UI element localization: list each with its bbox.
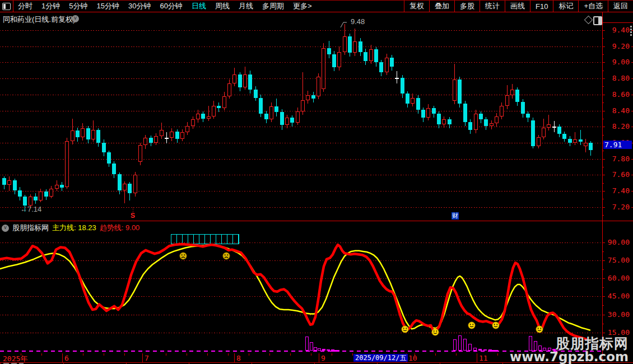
month-separator [142, 353, 143, 363]
menu-item-tool-5[interactable]: F10 [530, 1, 553, 12]
tool-menu: 复权叠加多股统计画线F10标记+自选返回 [404, 1, 633, 12]
indicator-axis-label: 45.00 [608, 292, 630, 300]
menu-item-tool-3[interactable]: 统计 [480, 1, 505, 12]
week-tick [249, 353, 249, 356]
week-tick [269, 353, 270, 356]
price-gridline [0, 175, 602, 175]
candle [264, 114, 268, 119]
candle [416, 98, 420, 110]
smiley-sad-icon [179, 252, 187, 260]
price-gridline [0, 62, 602, 63]
indicator-panel[interactable]: ˅ 股朋指标网 主力线: 18.23 趋势线: 9.00 [0, 221, 602, 353]
indicator-chevron-down-icon[interactable]: ˅ [2, 225, 9, 232]
candle [379, 62, 383, 72]
candle [406, 94, 409, 103]
menu-item-period-9[interactable]: 多周期 [258, 1, 288, 12]
candle [23, 197, 27, 206]
candle [165, 138, 169, 139]
axis-grip-handle[interactable] [630, 25, 632, 37]
stock-title: 同和药业(日线.前复权) [3, 15, 75, 25]
week-tick [187, 353, 187, 356]
candle-wick [575, 132, 575, 145]
candle [222, 96, 226, 109]
candle [589, 143, 593, 150]
price-axis-label: 8.20 [612, 122, 630, 130]
menu-item-period-2[interactable]: 5分钟 [64, 1, 92, 12]
panel-separator[interactable] [0, 221, 633, 221]
candle [500, 106, 504, 116]
candle [232, 74, 236, 83]
candlestick-panel[interactable]: 同和药业(日线.前复权) ˅ 9.48 ←7.14 S 财 [0, 12, 602, 221]
week-tick [228, 353, 229, 356]
month-label: 11 [479, 354, 488, 362]
candle [484, 119, 488, 125]
menu-item-tool-6[interactable]: 标记 [553, 1, 578, 12]
menu-item-period-6[interactable]: 日线 [187, 1, 211, 12]
week-tick [332, 353, 332, 356]
menu-item-tool-1[interactable]: 叠加 [429, 1, 454, 12]
candle [526, 114, 530, 118]
candle [269, 106, 273, 119]
layout-toggle-button[interactable] [0, 1, 13, 12]
menu-item-tool-0[interactable]: 复权 [404, 1, 429, 12]
menu-item-period-0[interactable]: 分时 [13, 1, 37, 12]
price-axis-label: 9.40 [612, 26, 630, 34]
candle [259, 98, 263, 114]
smiley-happy-icon [431, 328, 439, 336]
indicator-axis-label: 90.00 [608, 238, 630, 246]
price-gridline [0, 159, 602, 160]
candle [280, 112, 284, 125]
menu-item-period-5[interactable]: 60分钟 [155, 1, 187, 12]
menu-item-period-3[interactable]: 15分钟 [92, 1, 123, 12]
candle [107, 152, 111, 164]
candle [180, 132, 184, 138]
candle [579, 139, 583, 142]
main-line-value: 主力线: 18.23 [52, 223, 96, 233]
panel-layout-icon[interactable] [593, 16, 602, 25]
candle [227, 83, 231, 96]
s-marker-line [133, 208, 133, 212]
menu-item-period-1[interactable]: 1分钟 [37, 1, 64, 12]
price-gridline [0, 207, 602, 208]
title-chevron-down-icon[interactable]: ˅ [72, 15, 79, 22]
candle [191, 119, 195, 125]
menu-item-tool-2[interactable]: 多股 [454, 1, 480, 12]
candle [515, 90, 519, 102]
candle [432, 108, 436, 114]
candle [248, 74, 252, 90]
month-separator [62, 353, 63, 363]
menu-item-tool-4[interactable]: 画线 [505, 1, 530, 12]
candle [60, 185, 64, 188]
price-axis-label: 7.40 [612, 186, 630, 195]
price-axis-label: 7.20 [612, 203, 630, 211]
cai-news-marker[interactable]: 财 [452, 212, 459, 220]
current-price-badge: 7.91 [603, 141, 632, 149]
candle [490, 123, 494, 125]
menu-item-tool-8[interactable]: 返回 [608, 1, 633, 12]
candle [327, 48, 331, 54]
candle [185, 126, 189, 132]
candle [463, 104, 467, 122]
indicator-axis-label: 75.00 [608, 256, 630, 264]
price-axis-label: 9.00 [612, 58, 630, 66]
price-gridline [0, 143, 602, 143]
watermark-url: www.7gpzb.com [510, 351, 629, 363]
candle [39, 192, 43, 200]
candle [468, 122, 472, 130]
menu-item-period-4[interactable]: 30分钟 [124, 1, 155, 12]
high-pointer-icon [339, 20, 352, 28]
candle [96, 130, 100, 143]
menu-item-period-7[interactable]: 周线 [211, 1, 234, 12]
candle [448, 119, 452, 124]
candle [149, 138, 153, 143]
diamond-tool-icon[interactable] [584, 16, 593, 25]
candle [301, 100, 305, 111]
menu-item-tool-7[interactable]: +自选 [578, 1, 608, 12]
candle [285, 118, 289, 125]
candle [421, 110, 425, 118]
menu-item-period-8[interactable]: 月线 [234, 1, 258, 12]
candle [348, 36, 352, 53]
menu-item-period-10[interactable]: 更多> [288, 1, 316, 12]
candle [359, 41, 362, 52]
candle [118, 174, 122, 190]
